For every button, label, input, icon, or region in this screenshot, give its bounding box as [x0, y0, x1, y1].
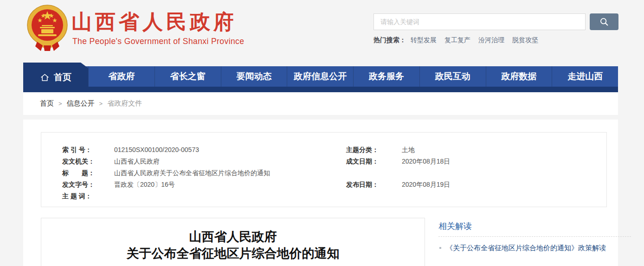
nav-item-label: 政府信息公开	[294, 70, 347, 82]
hot-link-zhuanxing[interactable]: 转型发展	[411, 36, 437, 44]
national-emblem-logo[interactable]	[26, 5, 69, 52]
breadcrumb-current: 省政府文件	[107, 99, 142, 108]
meta-value-written-date: 2020年08月18日	[402, 156, 606, 167]
meta-label-doc-number: 发文字号：	[62, 179, 114, 190]
meta-value-category: 土地	[402, 144, 606, 156]
nav-item-label: 要闻动态	[236, 70, 271, 82]
meta-value-doc-number: 晋政发〔2020〕16号	[114, 179, 346, 190]
hot-search-row: 热门搜索： 转型发展 复工复产 汾河治理 脱贫攻坚	[374, 36, 546, 44]
nav-item-zhengminhudong[interactable]: 政民互动	[419, 66, 486, 87]
nav-item-label: 首页	[54, 71, 71, 83]
article-title: 山西省人民政府 关于公布全省征地区片综合地价的通知	[41, 228, 425, 262]
nav-item-xinxigongkai[interactable]: 政府信息公开	[287, 66, 353, 87]
meta-label-keywords: 主 题 词：	[62, 190, 114, 202]
search-button[interactable]	[590, 13, 618, 30]
search-icon	[599, 17, 609, 27]
meta-value-agency: 山西省人民政府	[114, 156, 346, 167]
article-title-line2: 关于公布全省征地区片综合地价的通知	[41, 245, 425, 262]
nav-items: 首页 省政府 省长之窗 要闻动态 政府信息公开 政务服务 政民互动 政府数据 走…	[23, 66, 618, 87]
related-reading-heading: 相关解读	[438, 221, 631, 232]
nav-bottom-strip	[23, 87, 618, 92]
related-reading-section: 相关解读 《关于公布全省征地区片综合地价的通知》政策解读	[438, 221, 631, 253]
related-reading-link[interactable]: 《关于公布全省征地区片综合地价的通知》政策解读	[446, 243, 606, 253]
article-title-line1: 山西省人民政府	[41, 228, 425, 245]
breadcrumb-xinxigongkai[interactable]: 信息公开	[67, 99, 95, 108]
breadcrumb-separator: >	[58, 100, 62, 107]
nav-item-zhengwufuwu[interactable]: 政务服务	[353, 66, 419, 87]
meta-label-agency: 发文机关：	[62, 156, 114, 167]
breadcrumb-home[interactable]: 首页	[40, 99, 54, 108]
meta-value-title: 山西省人民政府关于公布全省征地区片综合地价的通知	[114, 167, 346, 179]
document-meta-box: 索 引 号： 012150SX00100/2020-00573 主题分类： 土地…	[41, 132, 607, 207]
home-icon	[40, 73, 50, 82]
nav-item-label: 走进山西	[567, 70, 603, 82]
nav-item-label: 政民互动	[435, 70, 470, 82]
meta-label-empty	[346, 167, 402, 179]
nav-item-label: 省长之窗	[170, 70, 206, 82]
meta-value-publish-date: 2020年08月19日	[402, 179, 606, 190]
meta-label-title: 标 题：	[62, 167, 114, 179]
nav-item-zhengfushuju[interactable]: 政府数据	[486, 66, 552, 87]
search-input[interactable]	[374, 13, 586, 30]
meta-value-index: 012150SX00100/2020-00573	[114, 144, 346, 156]
related-divider	[438, 236, 631, 237]
page: 山西省人民政府 The People's Government of Shanx…	[0, 0, 644, 266]
nav-item-label: 省政府	[108, 70, 135, 82]
site-subtitle: The People's Government of Shanxi Provin…	[72, 37, 244, 46]
nav-item-label: 政务服务	[369, 70, 404, 82]
meta-label-category: 主题分类：	[346, 144, 402, 156]
nav-item-label: 政府数据	[501, 70, 536, 82]
hot-link-fenhe[interactable]: 汾河治理	[478, 36, 504, 44]
content-panel: 索 引 号： 012150SX00100/2020-00573 主题分类： 土地…	[23, 120, 618, 266]
hot-link-tuopin[interactable]: 脱贫攻坚	[512, 36, 538, 44]
nav-item-shengzhengfu[interactable]: 省政府	[88, 66, 155, 87]
hot-search-label: 热门搜索：	[374, 36, 406, 44]
meta-label-index: 索 引 号：	[62, 144, 114, 156]
meta-value-empty	[402, 190, 606, 202]
breadcrumb: 首页 > 信息公开 > 省政府文件	[23, 92, 618, 115]
meta-label-empty	[346, 190, 402, 202]
nav-item-home[interactable]: 首页	[23, 63, 88, 92]
breadcrumb-separator: >	[99, 100, 103, 107]
related-reading-item[interactable]: 《关于公布全省征地区片综合地价的通知》政策解读	[438, 243, 631, 253]
meta-value-keywords	[114, 190, 346, 202]
nav-item-yaowen[interactable]: 要闻动态	[221, 66, 287, 87]
hot-link-fugong[interactable]: 复工复产	[444, 36, 470, 44]
article-box: 山西省人民政府 关于公布全省征地区片综合地价的通知	[41, 218, 425, 266]
document-meta-grid: 索 引 号： 012150SX00100/2020-00573 主题分类： 土地…	[62, 144, 606, 202]
meta-value-empty	[402, 167, 606, 179]
meta-label-written-date: 成文日期：	[346, 156, 402, 167]
bullet-icon	[439, 247, 441, 249]
meta-label-publish-date: 发布日期：	[346, 179, 402, 190]
china-national-emblem-icon	[26, 5, 69, 51]
nav-item-zoujinshanxi[interactable]: 走进山西	[552, 66, 618, 87]
nav-item-shengzhang[interactable]: 省长之窗	[155, 66, 221, 87]
site-title: 山西省人民政府	[71, 8, 237, 36]
main-nav: 首页 省政府 省长之窗 要闻动态 政府信息公开 政务服务 政民互动 政府数据 走…	[23, 66, 618, 92]
